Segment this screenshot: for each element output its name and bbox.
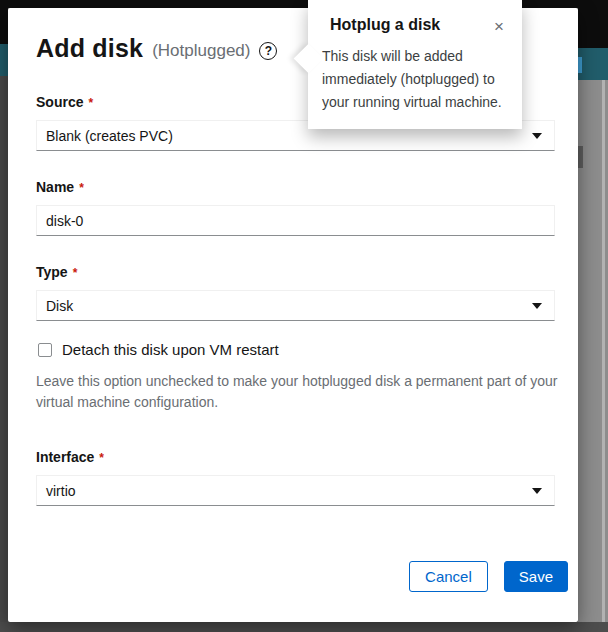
background-content-fragment [578,146,583,168]
background-navbar [578,48,608,80]
source-select-value: Blank (creates PVC) [46,128,173,144]
caret-down-icon [532,133,542,139]
background-nav-accent [578,57,582,73]
modal-footer: Cancel Save [409,561,568,592]
interface-select[interactable]: virtio [36,475,555,506]
backdrop-left [0,0,8,632]
modal-body: Source * Blank (creates PVC) Name * Type… [8,94,578,506]
backdrop-bottom [0,622,608,632]
detach-checkbox-row: Detach this disk upon VM restart [36,341,555,358]
type-label: Type [36,264,68,280]
modal-title: Add disk [36,34,143,63]
type-field-group: Type * Disk [36,264,555,321]
interface-field-group: Interface * virtio [36,449,555,506]
background-masthead [578,0,608,48]
name-label: Name [36,179,74,195]
help-icon[interactable]: ? [259,42,277,60]
name-field-group: Name * [36,179,555,236]
hotplug-popover: Hotplug a disk × This disk will be added… [308,0,522,129]
background-navbar-left [0,44,8,76]
required-asterisk: * [88,96,93,110]
background-masthead-left [0,0,8,44]
required-asterisk: * [73,266,78,280]
required-asterisk: * [99,451,104,465]
interface-select-value: virtio [46,483,76,499]
popover-header: Hotplug a disk × [308,0,522,37]
caret-down-icon [532,303,542,309]
popover-body: This disk will be added immediately (hot… [308,45,522,114]
source-label: Source [36,94,83,110]
modal-title-suffix: (Hotplugged) [152,41,250,61]
caret-down-icon [532,488,542,494]
detach-helper-text: Leave this option unchecked to make your… [36,371,568,413]
cancel-button[interactable]: Cancel [409,561,488,592]
close-icon[interactable]: × [486,16,512,37]
required-asterisk: * [79,181,84,195]
detach-checkbox[interactable] [38,343,52,357]
type-select-value: Disk [46,298,73,314]
save-button[interactable]: Save [504,561,568,592]
type-select[interactable]: Disk [36,290,555,321]
detach-checkbox-label[interactable]: Detach this disk upon VM restart [62,341,279,358]
name-input[interactable] [36,205,555,236]
popover-title: Hotplug a disk [330,16,486,34]
background-scrollbar[interactable] [602,80,605,632]
interface-label: Interface [36,449,94,465]
